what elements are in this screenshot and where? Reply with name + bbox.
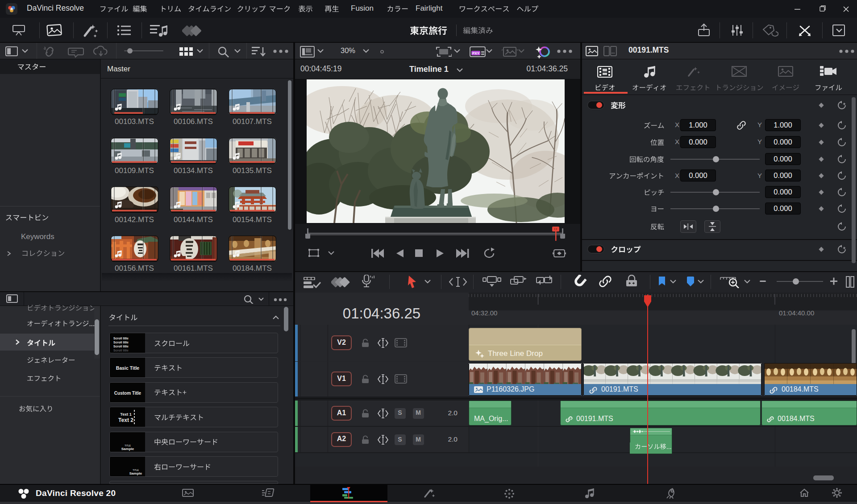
svg-text:Text 2: Text 2 <box>118 417 133 423</box>
svg-text:Scroll title: Scroll title <box>113 349 129 352</box>
svg-text:Scroll title: Scroll title <box>113 341 129 344</box>
svg-text:PXY: PXY <box>472 51 480 55</box>
svg-text:Sample: Sample <box>129 471 142 475</box>
svg-text:Scroll title: Scroll title <box>113 337 129 340</box>
svg-text:Sample: Sample <box>121 447 134 451</box>
svg-text:Scroll title: Scroll title <box>113 345 129 348</box>
svg-text:Basic Title: Basic Title <box>116 365 139 371</box>
svg-text:Custom Title: Custom Title <box>114 391 141 396</box>
svg-text:Text 1: Text 1 <box>120 412 131 417</box>
